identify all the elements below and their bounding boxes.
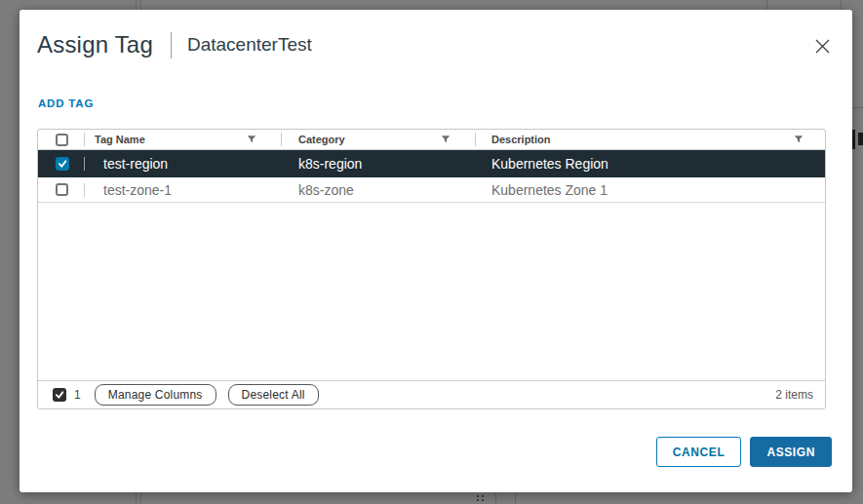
row-checkbox-checked[interactable] (56, 157, 69, 171)
dialog-title-row: Assign Tag DatacenterTest (37, 31, 312, 58)
bg-divider (766, 0, 767, 10)
add-tag-link[interactable]: ADD TAG (38, 97, 94, 109)
filter-icon[interactable] (247, 135, 256, 144)
filter-icon[interactable] (794, 135, 804, 144)
column-label: Tag Name (95, 134, 145, 145)
bg-divider (515, 492, 516, 504)
cancel-button[interactable]: CANCEL (656, 437, 742, 467)
table-header-row: Tag Name Category Description (38, 130, 825, 150)
column-label: Description (491, 134, 551, 145)
drag-handle-icon (477, 495, 479, 497)
bg-divider (140, 0, 141, 10)
bg-divider (495, 492, 496, 504)
deselect-all-button[interactable]: Deselect All (228, 384, 319, 406)
cell-category: k8s-region (281, 150, 475, 177)
dialog-title: Assign Tag (37, 31, 153, 58)
table-empty-area (38, 203, 825, 380)
cell-description: Kubernetes Region (475, 150, 825, 177)
select-all-cell (38, 130, 84, 149)
select-all-checkbox[interactable] (56, 134, 68, 146)
assign-tag-dialog: Assign Tag DatacenterTest ADD TAG Tag Na… (20, 10, 852, 492)
bg-text-fragment (858, 133, 863, 145)
drag-handle-icon (482, 499, 484, 501)
bg-divider (852, 107, 863, 108)
row-checkbox-unchecked[interactable] (56, 183, 68, 196)
column-label: Category (298, 134, 345, 145)
cell-category: k8s-zone (281, 177, 475, 202)
items-count: 2 items (775, 388, 813, 402)
column-header-tag-name[interactable]: Tag Name (84, 130, 281, 149)
close-icon[interactable] (813, 37, 831, 55)
footer-selection-checkbox[interactable] (53, 388, 66, 402)
table-footer: 1 Manage Columns Deselect All 2 items (38, 380, 825, 408)
tags-table: Tag Name Category Description (37, 129, 826, 409)
manage-columns-button[interactable]: Manage Columns (95, 384, 216, 406)
dialog-object-name: DatacenterTest (187, 34, 312, 56)
bg-divider (140, 492, 141, 504)
table-row[interactable]: test-zone-1 k8s-zone Kubernetes Zone 1 (38, 177, 825, 203)
title-divider (171, 32, 172, 58)
bg-divider (841, 0, 842, 10)
table-row[interactable]: test-region k8s-region Kubernetes Region (38, 150, 825, 177)
drag-handle-icon (482, 495, 484, 497)
column-header-description[interactable]: Description (475, 130, 825, 149)
bg-divider (136, 492, 137, 504)
assign-button[interactable]: ASSIGN (750, 437, 832, 467)
cell-tag-name: test-zone-1 (84, 177, 281, 202)
drag-handle-icon (477, 499, 479, 501)
cell-description: Kubernetes Zone 1 (475, 177, 825, 202)
bg-divider (136, 0, 137, 10)
dialog-actions: CANCEL ASSIGN (656, 437, 832, 467)
selected-count: 1 (74, 388, 81, 402)
cell-tag-name: test-region (84, 150, 281, 177)
filter-icon[interactable] (441, 135, 451, 144)
column-header-category[interactable]: Category (281, 130, 475, 149)
